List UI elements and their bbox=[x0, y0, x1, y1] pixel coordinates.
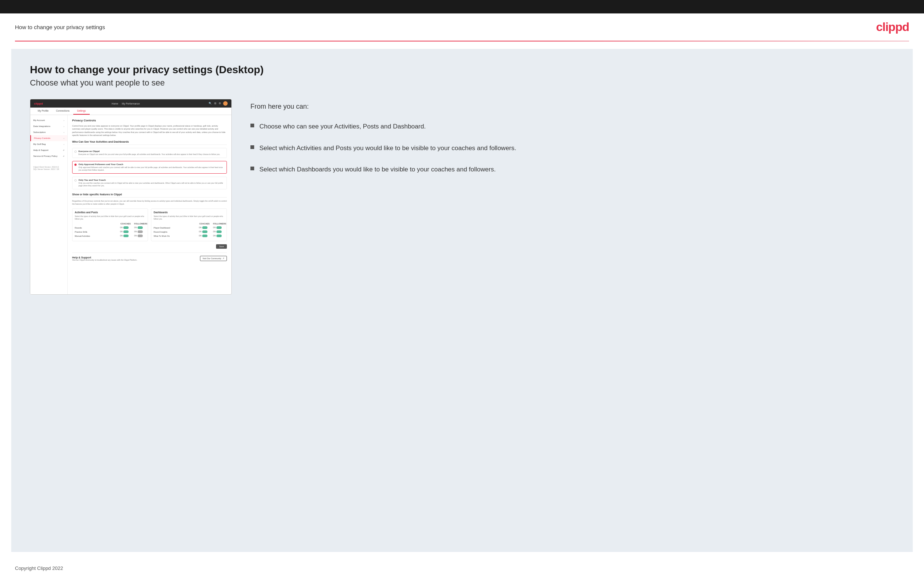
screenshot-mockup: clippd Home My Performance 🔍 ⊞ ⚙ My Prof… bbox=[30, 99, 232, 295]
copyright: Copyright Clippd 2022 bbox=[15, 566, 63, 571]
radio-option-everyone[interactable]: Everyone on Clippd Everyone on Clippd ca… bbox=[72, 148, 227, 158]
external-link-icon: ↗ bbox=[63, 155, 64, 157]
radio-followers-coach[interactable] bbox=[74, 164, 77, 166]
bullet-marker-3 bbox=[250, 166, 254, 170]
chevron-right-icon: › bbox=[63, 143, 64, 145]
help-section: Help & Support Visit our Clippd communit… bbox=[72, 253, 227, 261]
top-bar bbox=[0, 0, 924, 13]
mock-tabs: My Profile Connections Settings bbox=[30, 108, 231, 115]
info-bullet-1: Choose who can see your Activities, Post… bbox=[250, 122, 894, 131]
search-icon[interactable]: 🔍 bbox=[208, 102, 212, 105]
mock-nav-performance[interactable]: My Performance bbox=[122, 102, 140, 105]
content-row: clippd Home My Performance 🔍 ⊞ ⚙ My Prof… bbox=[30, 99, 894, 295]
sidebar-item-data-integrations[interactable]: Data Integrations › bbox=[30, 123, 67, 129]
dashboards-box: Dashboards Select the types of activity … bbox=[151, 208, 227, 241]
info-bullet-3: Select which Dashboards you would like t… bbox=[250, 165, 894, 174]
main-content: How to change your privacy settings (Des… bbox=[11, 49, 913, 552]
toggle-row-round-insights: Round Insights ON ON bbox=[153, 230, 224, 233]
header-title: How to change your privacy settings bbox=[15, 24, 105, 30]
radio-option-followers-coach[interactable]: Only Approved Followers and Your Coach O… bbox=[72, 161, 227, 174]
showhide-title: Show or hide specific features in Clippd bbox=[72, 193, 227, 198]
toggle-row-player-dashboard: Player Dashboard ON ON bbox=[153, 226, 224, 229]
sidebar-item-service-privacy[interactable]: Service & Privacy Policy ↗ bbox=[30, 153, 67, 159]
toggle-row-manual: Manual Activities ON ON bbox=[75, 235, 145, 237]
tab-connections[interactable]: Connections bbox=[52, 108, 73, 114]
chevron-right-icon: › bbox=[63, 125, 64, 127]
activities-posts-box: Activities and Posts Select the types of… bbox=[72, 208, 148, 241]
info-bullet-2: Select which Activities and Posts you wo… bbox=[250, 143, 894, 153]
toggle-row-what-to-work-on: What To Work On ON ON bbox=[153, 235, 224, 237]
help-title: Help & Support bbox=[72, 256, 137, 259]
privacy-controls-desc: Control how you and your data appears to… bbox=[72, 124, 227, 137]
toggle-manual-coaches[interactable] bbox=[123, 235, 129, 237]
mock-nav-home[interactable]: Home bbox=[112, 102, 118, 105]
radio-everyone[interactable] bbox=[74, 150, 77, 153]
toggle-playerdash-coaches[interactable] bbox=[202, 226, 207, 229]
showhide-desc: Regardless of the privacy controls that … bbox=[72, 200, 227, 205]
page-title: How to change your privacy settings (Des… bbox=[30, 64, 894, 76]
sidebar-item-help-support[interactable]: Help & Support ↗ bbox=[30, 147, 67, 153]
header-divider bbox=[15, 41, 909, 42]
help-desc: Visit our Clippd community to troublesho… bbox=[72, 259, 137, 261]
mock-sidebar: My Account › Data Integrations › Subscri… bbox=[30, 115, 68, 294]
toggle-roundinsights-coaches[interactable] bbox=[202, 230, 207, 233]
toggle-playerdash-followers[interactable] bbox=[216, 226, 222, 229]
toggle-manual-followers[interactable] bbox=[137, 235, 143, 237]
chevron-right-icon: › bbox=[63, 119, 64, 121]
save-button[interactable]: Save bbox=[216, 244, 227, 249]
sidebar-item-subscription[interactable]: Subscription › bbox=[30, 129, 67, 135]
toggle-practice-coaches[interactable] bbox=[123, 230, 129, 233]
toggles-row: Activities and Posts Select the types of… bbox=[72, 208, 227, 241]
sidebar-item-privacy-controls[interactable]: Privacy Controls › bbox=[30, 135, 67, 141]
toggle-row-rounds: Rounds ON ON bbox=[75, 226, 145, 229]
footer: Copyright Clippd 2022 bbox=[0, 559, 924, 577]
radio-only-you[interactable] bbox=[74, 179, 77, 182]
avatar[interactable] bbox=[223, 101, 228, 106]
sidebar-item-my-golf-bag[interactable]: My Golf Bag › bbox=[30, 141, 67, 147]
who-can-see-title: Who Can See Your Activities and Dashboar… bbox=[72, 140, 227, 145]
mock-main-panel: Privacy Controls Control how you and you… bbox=[68, 115, 231, 294]
tab-my-profile[interactable]: My Profile bbox=[34, 108, 52, 114]
toggle-whattowork-coaches[interactable] bbox=[202, 235, 207, 237]
logo: clippd bbox=[876, 20, 909, 34]
mock-nav-links: Home My Performance bbox=[112, 102, 140, 105]
toggle-row-practice: Practice Drills ON ON bbox=[75, 230, 145, 233]
grid-icon[interactable]: ⊞ bbox=[214, 102, 216, 105]
toggle-roundinsights-followers[interactable] bbox=[216, 230, 222, 233]
info-bullet-text-2: Select which Activities and Posts you wo… bbox=[259, 143, 516, 153]
mock-nav-icons: 🔍 ⊞ ⚙ bbox=[208, 101, 228, 106]
info-bullet-text-3: Select which Dashboards you would like t… bbox=[259, 165, 496, 174]
chevron-right-icon: › bbox=[63, 137, 64, 139]
mock-body: My Account › Data Integrations › Subscri… bbox=[30, 115, 231, 294]
info-intro: From here you can: bbox=[250, 103, 894, 111]
toggle-rounds-followers[interactable] bbox=[137, 226, 143, 229]
bullet-marker-1 bbox=[250, 124, 254, 127]
toggle-whattowork-followers[interactable] bbox=[216, 235, 222, 237]
header: How to change your privacy settings clip… bbox=[0, 13, 924, 41]
info-panel: From here you can: Choose who can see yo… bbox=[250, 99, 894, 186]
settings-icon[interactable]: ⚙ bbox=[219, 102, 221, 105]
external-link-icon: ↗ bbox=[63, 149, 64, 151]
toggle-rounds-coaches[interactable] bbox=[123, 226, 129, 229]
mock-navbar: clippd Home My Performance 🔍 ⊞ ⚙ bbox=[30, 99, 231, 108]
toggle-practice-followers[interactable] bbox=[137, 230, 143, 233]
privacy-controls-title: Privacy Controls bbox=[72, 119, 227, 122]
sidebar-item-my-account[interactable]: My Account › bbox=[30, 117, 67, 123]
sidebar-version: Clippd Client Version: 2022.8.2SQL Serve… bbox=[30, 163, 67, 173]
mock-logo: clippd bbox=[34, 102, 43, 105]
info-bullet-text-1: Choose who can see your Activities, Post… bbox=[259, 122, 426, 131]
community-button[interactable]: Visit Our Community ↗ bbox=[200, 256, 227, 261]
chevron-right-icon: › bbox=[63, 131, 64, 133]
page-subtitle: Choose what you want people to see bbox=[30, 78, 894, 88]
radio-option-only-you[interactable]: Only You and Your Coach Only you and the… bbox=[72, 177, 227, 189]
external-link-icon: ↗ bbox=[222, 257, 224, 259]
tab-settings[interactable]: Settings bbox=[73, 108, 90, 114]
bullet-marker-2 bbox=[250, 145, 254, 149]
save-row: Save bbox=[72, 244, 227, 249]
